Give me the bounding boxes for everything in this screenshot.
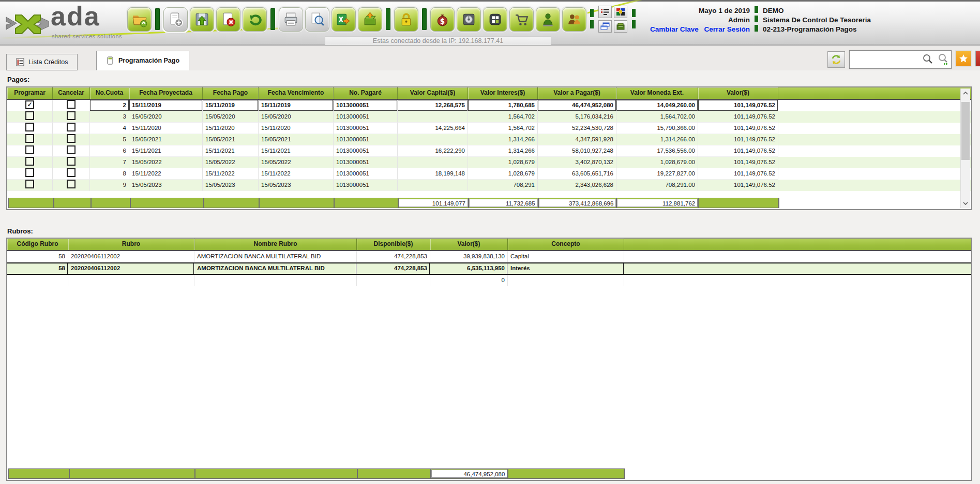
- total-moneda-ext: 112,881,762: [617, 199, 698, 207]
- rubros-row[interactable]: 58 202020406112002 AMORTIZACION BANCA MU…: [7, 251, 971, 262]
- scroll-down-arrow[interactable]: [961, 199, 970, 208]
- search-next-icon[interactable]: [937, 53, 949, 65]
- col-concepto[interactable]: Concepto: [508, 239, 624, 250]
- save-button[interactable]: [190, 7, 214, 32]
- change-password-link[interactable]: Cambiar Clave: [650, 25, 699, 33]
- col-valor-moneda-ext[interactable]: Valor Moneda Ext.: [616, 87, 698, 99]
- rubros-row[interactable]: 0: [7, 275, 971, 286]
- tab-programacion-pago[interactable]: Programación Pago: [96, 51, 189, 70]
- programar-checkbox[interactable]: ✓: [25, 100, 34, 109]
- session-links: Cambiar Clave Cerrar Sesión: [640, 25, 750, 34]
- refresh-button[interactable]: [827, 51, 845, 68]
- search-icon[interactable]: [922, 53, 934, 65]
- exit-button[interactable]: [975, 51, 980, 66]
- vertical-scrollbar[interactable]: [960, 89, 970, 208]
- delete-record-button[interactable]: [216, 7, 240, 32]
- col-valor-rubro[interactable]: Valor($): [430, 239, 508, 250]
- pagos-row[interactable]: ✓ 2 15/11/2019 15/11/2019 15/11/2019 101…: [7, 100, 971, 111]
- cancelar-checkbox[interactable]: [67, 111, 76, 120]
- cancelar-checkbox[interactable]: [67, 123, 76, 131]
- c-cancelar: [53, 100, 90, 111]
- favorites-button[interactable]: [956, 51, 971, 66]
- users-button[interactable]: [562, 7, 586, 32]
- col-fecha-pago[interactable]: Fecha Pago: [203, 87, 259, 99]
- undo-button[interactable]: [243, 7, 267, 32]
- open-folder-button[interactable]: [127, 7, 152, 32]
- rubros-row-selected[interactable]: 58 202020406112002 AMORTIZACION BANCA MU…: [7, 262, 971, 275]
- t-fpago: [204, 198, 260, 208]
- pagos-row[interactable]: 7 15/05/2022 15/05/2022 15/05/2022 10130…: [7, 157, 971, 168]
- c-programar: ✓: [7, 100, 53, 111]
- cancelar-checkbox[interactable]: [67, 145, 76, 154]
- lock-button[interactable]: [394, 7, 418, 32]
- col-valor-a-pagar[interactable]: Valor a Pagar($): [538, 87, 616, 99]
- col-cuota[interactable]: No.Cuota: [90, 87, 129, 99]
- c-cancelar: [53, 157, 90, 168]
- c-disponible: 474,228,853: [357, 263, 430, 274]
- rubros-totals-row: 46,474,952,080: [8, 468, 625, 479]
- pixel-grid-button[interactable]: [614, 6, 627, 18]
- toolbar-separator: [155, 8, 160, 30]
- pagos-row[interactable]: 8 15/11/2022 15/11/2022 15/11/2022 10130…: [7, 168, 971, 180]
- programar-checkbox[interactable]: [25, 111, 34, 120]
- col-codigo-rubro[interactable]: Código Rubro: [7, 239, 68, 250]
- pagos-row[interactable]: 4 15/11/2020 15/11/2020 15/11/2020 10130…: [7, 123, 971, 134]
- c-fvenc: 15/05/2022: [259, 157, 334, 168]
- t-capital: 101,149,077: [399, 198, 469, 208]
- col-valor-capital[interactable]: Valor Capital($): [398, 87, 468, 99]
- c-codigo: 58: [7, 251, 68, 262]
- programar-checkbox[interactable]: [25, 157, 34, 166]
- col-pagare[interactable]: No. Pagaré: [334, 87, 398, 99]
- pagos-row[interactable]: 9 15/05/2023 15/05/2023 15/05/2023 10130…: [7, 180, 971, 191]
- col-fecha-proyectada[interactable]: Fecha Proyectada: [129, 87, 203, 99]
- col-cancelar[interactable]: Cancelar: [53, 87, 90, 99]
- print-button[interactable]: [279, 7, 303, 32]
- cash-register-button[interactable]: [614, 20, 627, 33]
- shopping-cart-button[interactable]: [509, 7, 534, 32]
- col-programar[interactable]: Programar: [7, 87, 53, 99]
- scroll-thumb[interactable]: [961, 102, 970, 160]
- col-fecha-vencimiento[interactable]: Fecha Vencimiento: [259, 87, 334, 99]
- menu-list-button[interactable]: [598, 6, 612, 18]
- c-valor: 6,535,113,950: [430, 263, 508, 274]
- cancelar-checkbox[interactable]: [67, 134, 76, 143]
- logout-link[interactable]: Cerrar Sesión: [704, 25, 750, 33]
- col-valor-interes[interactable]: Valor Interes($): [468, 87, 538, 99]
- c-capital: 18,199,148: [398, 168, 468, 180]
- col-nombre-rubro[interactable]: Nombre Rubro: [194, 239, 357, 250]
- programar-checkbox[interactable]: [25, 134, 34, 143]
- col-valor[interactable]: Valor($): [698, 87, 778, 99]
- pagos-row[interactable]: 6 15/11/2021 15/11/2021 15/11/2021 10130…: [7, 145, 971, 157]
- programar-checkbox[interactable]: [25, 123, 34, 131]
- cascade-windows-button[interactable]: [598, 20, 612, 33]
- c-fpago: 15/11/2022: [203, 168, 259, 180]
- tab-lista-creditos[interactable]: Lista Créditos: [6, 54, 78, 70]
- search-input[interactable]: [851, 52, 920, 66]
- c-concepto: Interés: [508, 263, 624, 274]
- c-mext: 15,790,366.00: [616, 123, 698, 134]
- delete-record-icon: [220, 11, 237, 28]
- cancelar-checkbox[interactable]: [67, 180, 76, 188]
- col-rubro[interactable]: Rubro: [68, 239, 194, 250]
- pagos-row[interactable]: 3 15/05/2020 15/05/2020 15/05/2020 10130…: [7, 111, 971, 123]
- package-button[interactable]: [358, 7, 382, 32]
- programar-checkbox[interactable]: [25, 168, 34, 177]
- new-record-button[interactable]: [163, 7, 188, 32]
- cancelar-checkbox[interactable]: [67, 100, 76, 109]
- col-disponible[interactable]: Disponible($): [357, 239, 430, 250]
- c-fproy: 15/11/2020: [129, 123, 203, 134]
- cancelar-checkbox[interactable]: [67, 168, 76, 177]
- users-icon: [566, 11, 583, 28]
- c-fproy: 15/05/2023: [129, 180, 203, 191]
- programar-checkbox[interactable]: [25, 145, 34, 154]
- export-excel-button[interactable]: [331, 7, 356, 32]
- pagos-row[interactable]: 5 15/05/2021 15/05/2021 15/05/2021 10130…: [7, 134, 971, 145]
- cancelar-checkbox[interactable]: [67, 157, 76, 166]
- keypad-button[interactable]: [483, 7, 507, 32]
- person-approval-button[interactable]: [536, 7, 560, 32]
- programar-checkbox[interactable]: [25, 180, 34, 188]
- preview-button[interactable]: [305, 7, 329, 32]
- scroll-up-arrow[interactable]: [961, 89, 970, 98]
- money-bag-button[interactable]: $: [430, 7, 455, 32]
- safe-button[interactable]: [457, 7, 481, 32]
